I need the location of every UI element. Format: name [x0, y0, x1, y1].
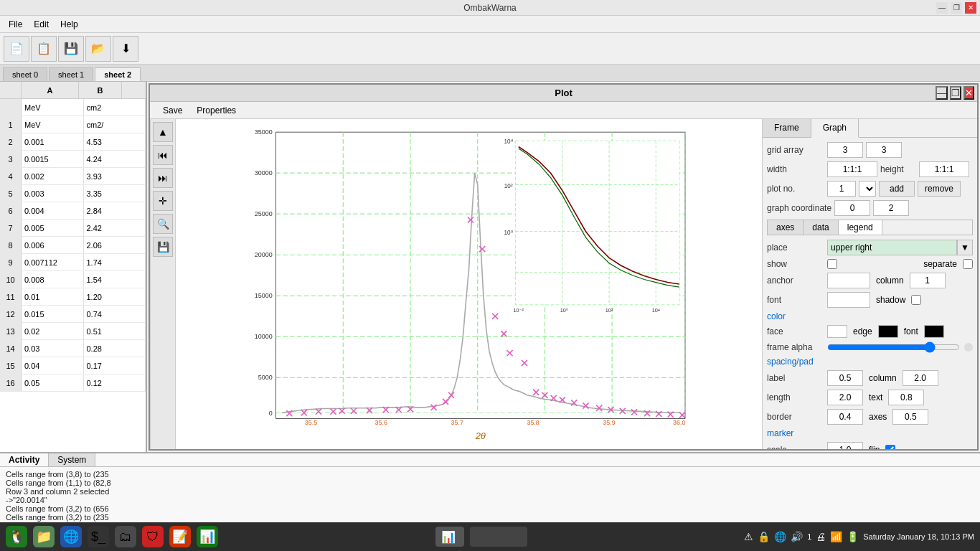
bottom-tab-system[interactable]: System [49, 453, 95, 466]
cell[interactable]: MeV [22, 116, 84, 133]
cell[interactable]: 3.35 [84, 185, 146, 202]
plot-save[interactable]: Save [156, 104, 189, 117]
cell[interactable]: 0.005 [22, 220, 84, 236]
taskbar-app2-icon[interactable]: 📝 [169, 526, 191, 547]
plot-minimize-button[interactable]: — [936, 86, 948, 100]
zoom-in-button[interactable]: ▲ [153, 122, 173, 142]
taskbar-warning-icon[interactable]: ⚠ [744, 531, 753, 542]
close-button[interactable]: ✕ [965, 2, 976, 14]
taskbar-battery-icon[interactable]: 🔋 [847, 531, 859, 542]
cell[interactable]: 0.02 [22, 323, 84, 339]
section-tab-data[interactable]: data [804, 220, 838, 235]
grid-array-val1[interactable] [827, 142, 863, 158]
taskbar-browser-icon[interactable]: 🌐 [60, 526, 82, 547]
rp-tab-frame[interactable]: Frame [763, 119, 811, 137]
remove-button[interactable]: remove [918, 181, 961, 197]
cell[interactable]: 0.001 [22, 133, 84, 150]
cell[interactable]: 0.04 [22, 357, 84, 374]
cell[interactable]: 1.74 [84, 254, 146, 270]
plot-no-input[interactable] [827, 181, 856, 197]
zoom-button[interactable]: 🔍 [153, 214, 173, 234]
spacing-pad-link[interactable]: spacing/pad [767, 357, 814, 367]
axes-input[interactable] [892, 409, 928, 425]
cell[interactable]: cm2 [84, 99, 146, 116]
taskbar-network-icon[interactable]: 🌐 [774, 531, 786, 542]
cell[interactable]: cm2/ [84, 116, 146, 133]
cell[interactable]: 0.007112 [22, 254, 84, 270]
edge-color[interactable] [878, 325, 898, 338]
place-dropdown-btn[interactable]: ▼ [957, 240, 973, 255]
anchor-input[interactable] [827, 273, 870, 288]
sheet-tab-1[interactable]: sheet 1 [49, 67, 93, 81]
taskbar-security-icon[interactable]: 🔒 [758, 531, 770, 542]
cell[interactable]: 0.0015 [22, 151, 84, 167]
cell[interactable]: 0.05 [22, 375, 84, 391]
section-tab-legend[interactable]: legend [839, 220, 882, 235]
cell[interactable]: 1.20 [84, 288, 146, 305]
cell[interactable]: 0.28 [84, 340, 146, 357]
cell[interactable]: 0.03 [22, 340, 84, 357]
bottom-tab-activity[interactable]: Activity [0, 453, 49, 466]
cell[interactable]: 1.54 [84, 271, 146, 288]
flip-checkbox[interactable] [885, 445, 895, 449]
shadow-checkbox[interactable] [911, 295, 921, 305]
sheet-tab-2[interactable]: sheet 2 [95, 67, 141, 81]
cell[interactable]: 0.51 [84, 323, 146, 339]
pan-button[interactable]: ✛ [153, 191, 173, 211]
menu-edit[interactable]: Edit [28, 18, 55, 31]
separate-checkbox[interactable] [963, 259, 973, 269]
graph-coord-val1[interactable] [834, 200, 870, 216]
graph-coord-val2[interactable] [873, 200, 909, 216]
cell[interactable]: 0.003 [22, 185, 84, 202]
copy-button[interactable]: 📋 [31, 36, 57, 62]
marker-link[interactable]: marker [767, 428, 793, 438]
border-input[interactable] [827, 409, 863, 425]
save-button[interactable]: 💾 [58, 36, 84, 62]
frame-alpha-slider[interactable] [827, 342, 960, 353]
taskbar-volume-icon[interactable]: 🔊 [791, 531, 803, 542]
taskbar-ombakwarna-btn[interactable]: 📊 [435, 527, 464, 547]
cell[interactable]: 4.53 [84, 133, 146, 150]
taskbar-signal-icon[interactable]: 📶 [830, 531, 842, 542]
text-input[interactable] [888, 390, 924, 405]
new-button[interactable]: 📄 [4, 36, 29, 62]
font-input[interactable] [827, 292, 870, 308]
column2-input[interactable] [903, 370, 938, 386]
label-input[interactable] [827, 370, 863, 386]
color-link[interactable]: color [767, 311, 786, 321]
taskbar-app3-icon[interactable]: 📊 [197, 526, 218, 547]
cell[interactable]: MeV [22, 99, 84, 116]
height-input[interactable] [919, 161, 969, 177]
rp-tab-graph[interactable]: Graph [811, 119, 859, 138]
open-button[interactable]: 📂 [85, 36, 111, 62]
width-input[interactable] [827, 161, 877, 177]
cell[interactable]: 0.01 [22, 288, 84, 305]
taskbar-files-icon[interactable]: 📁 [33, 526, 55, 547]
cell[interactable]: 3.93 [84, 168, 146, 184]
cell[interactable]: 0.17 [84, 357, 146, 374]
cell[interactable]: 0.74 [84, 306, 146, 322]
add-button[interactable]: add [879, 181, 915, 197]
plot-close-button[interactable]: ✕ [963, 86, 974, 100]
save-chart-button[interactable]: 💾 [153, 237, 173, 257]
show-checkbox[interactable] [827, 259, 837, 269]
skip-end-button[interactable]: ⏭ [153, 168, 173, 188]
taskbar-terminal-icon[interactable]: $_ [88, 526, 109, 547]
face-color[interactable] [827, 325, 847, 338]
taskbar-print-icon[interactable]: 🖨 [816, 531, 826, 542]
section-tab-axes[interactable]: axes [768, 220, 804, 235]
menu-help[interactable]: Help [55, 18, 84, 31]
column-input[interactable] [910, 273, 946, 288]
cell[interactable]: 4.24 [84, 151, 146, 167]
grid-array-val2[interactable] [866, 142, 902, 158]
taskbar-center-box[interactable] [470, 527, 527, 547]
plot-restore-button[interactable]: ❐ [950, 86, 961, 100]
cell[interactable]: 0.004 [22, 202, 84, 219]
cell[interactable]: 2.42 [84, 220, 146, 236]
scale-input[interactable] [827, 442, 863, 449]
cell[interactable]: 2.84 [84, 202, 146, 219]
length-input[interactable] [827, 390, 863, 405]
export-button[interactable]: ⬇ [113, 36, 138, 62]
plot-properties[interactable]: Properties [189, 104, 243, 117]
cell[interactable]: 2.06 [84, 237, 146, 253]
